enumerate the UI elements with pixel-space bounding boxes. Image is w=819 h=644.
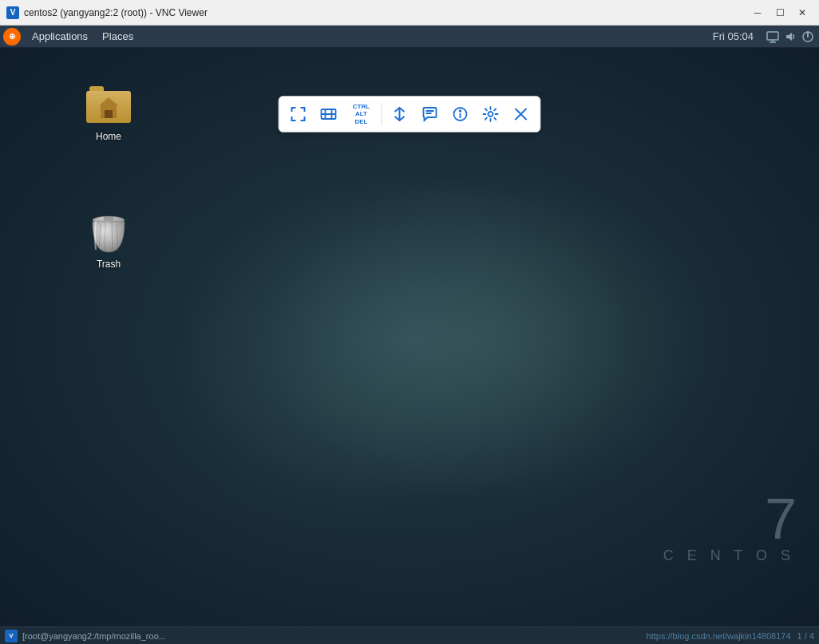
system-clock: Fri 05:04 [713, 30, 754, 42]
toolbar-separator-1 [382, 103, 382, 125]
status-right: https://blog.csdn.net/wajkin14808174 1 /… [647, 631, 814, 641]
trash-graphic [86, 211, 131, 255]
status-vnc-icon: V [5, 630, 18, 642]
info-button[interactable] [446, 100, 475, 128]
svg-rect-23 [105, 110, 113, 118]
network-tray-icon[interactable] [765, 29, 781, 45]
window-title: centos2 (yangyang2:2 (root)) - VNC Viewe… [24, 7, 208, 18]
vnc-toolbar: CTRLALTDEL [279, 96, 541, 132]
places-menu[interactable]: Places [96, 28, 140, 45]
power-tray-icon[interactable] [800, 29, 816, 45]
chat-button[interactable] [416, 100, 445, 128]
title-bar: V centos2 (yangyang2:2 (root)) - VNC Vie… [0, 0, 819, 26]
settings-button[interactable] [477, 100, 505, 128]
svg-point-15 [460, 110, 461, 112]
window-controls: ─ ☐ ✕ [747, 4, 813, 22]
status-bar: V [root@yangyang2:/tmp/mozilla_roo... ht… [0, 626, 819, 644]
volume-tray-icon[interactable] [782, 29, 798, 45]
svg-rect-0 [767, 32, 778, 40]
centos-version-text: C E N T O S [663, 547, 795, 564]
fullscreen-button[interactable] [284, 100, 313, 128]
centos-watermark: 7 C E N T O S [663, 490, 795, 564]
disconnect-button[interactable] [507, 100, 536, 128]
trash-icon[interactable]: Trash [77, 207, 140, 273]
vnc-app-icon: V [6, 6, 19, 19]
vnc-menu-bar: ⊕ Applications Places Fri 05:04 [0, 26, 819, 48]
ctrl-alt-del-button[interactable]: CTRLALTDEL [345, 100, 378, 128]
zoom-button[interactable] [315, 100, 343, 128]
status-left: V [root@yangyang2:/tmp/mozilla_roo... [5, 630, 166, 642]
title-bar-left: V centos2 (yangyang2:2 (root)) - VNC Vie… [6, 6, 208, 19]
file-transfer-button[interactable] [386, 100, 414, 128]
trash-svg [88, 211, 129, 255]
applications-menu[interactable]: Applications [26, 28, 94, 45]
status-page: 1 / 4 [797, 631, 814, 641]
svg-point-16 [489, 112, 493, 117]
status-url: https://blog.csdn.net/wajkin14808174 [647, 631, 791, 641]
home-folder-icon[interactable]: Home [77, 80, 140, 145]
home-folder-label: Home [96, 131, 121, 142]
close-button[interactable]: ✕ [792, 4, 813, 22]
vnc-desktop[interactable]: CTRLALTDEL [0, 48, 819, 628]
home-folder-graphic [86, 83, 131, 128]
centos-version-number: 7 [663, 490, 795, 547]
status-text: [root@yangyang2:/tmp/mozilla_roo... [22, 631, 166, 641]
svg-marker-3 [786, 33, 792, 41]
home-folder-svg [86, 85, 131, 126]
trash-label: Trash [97, 259, 121, 270]
svg-rect-25 [104, 217, 113, 220]
minimize-button[interactable]: ─ [747, 4, 768, 22]
gnome-logo: ⊕ [3, 28, 21, 45]
restore-button[interactable]: ☐ [770, 4, 790, 22]
